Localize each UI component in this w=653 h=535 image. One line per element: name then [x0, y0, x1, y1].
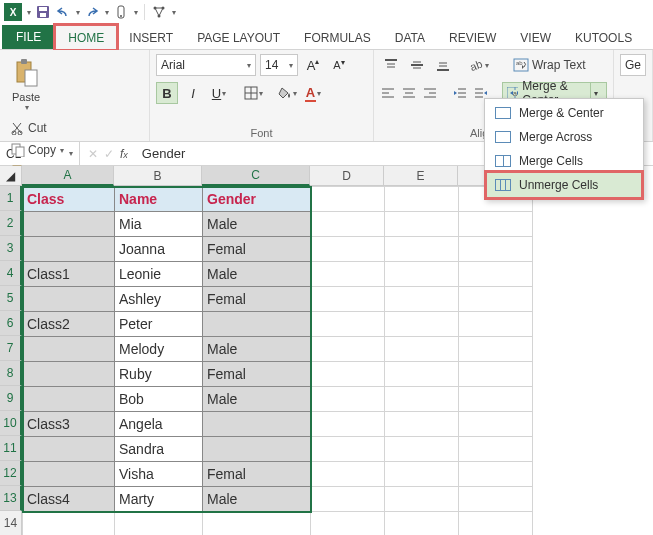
cell-E6[interactable] — [385, 312, 459, 337]
column-header-B[interactable]: B — [114, 166, 202, 186]
cell-B13[interactable]: Marty — [115, 487, 203, 512]
cell-A9[interactable] — [23, 387, 115, 412]
menu-unmerge-cells[interactable]: Unmerge Cells — [487, 173, 641, 197]
cell-D10[interactable] — [311, 412, 385, 437]
tab-formulas[interactable]: FORMULAS — [292, 26, 383, 49]
cell[interactable] — [385, 512, 459, 536]
cell-B2[interactable]: Mia — [115, 212, 203, 237]
cell-E9[interactable] — [385, 387, 459, 412]
cell-B3[interactable]: Joanna — [115, 237, 203, 262]
cell-F8[interactable] — [459, 362, 533, 387]
cell-F12[interactable] — [459, 462, 533, 487]
cell-B6[interactable]: Peter — [115, 312, 203, 337]
align-bottom-icon[interactable] — [432, 54, 454, 76]
align-middle-icon[interactable] — [406, 54, 428, 76]
tab-file[interactable]: FILE — [2, 25, 55, 49]
cell-E13[interactable] — [385, 487, 459, 512]
cell-D6[interactable] — [311, 312, 385, 337]
cell-E8[interactable] — [385, 362, 459, 387]
cell-E11[interactable] — [385, 437, 459, 462]
cell-C7[interactable]: Male — [203, 337, 311, 362]
font-color-button[interactable]: A▾ — [302, 82, 324, 104]
row-header-11[interactable]: 11 — [0, 436, 22, 461]
cell-A11[interactable] — [23, 437, 115, 462]
qat-customize-icon[interactable]: ▾ — [27, 8, 31, 17]
align-left-icon[interactable] — [380, 82, 397, 104]
cell-B11[interactable]: Sandra — [115, 437, 203, 462]
cell-D4[interactable] — [311, 262, 385, 287]
cell-D5[interactable] — [311, 287, 385, 312]
cell-A3[interactable] — [23, 237, 115, 262]
cell-E7[interactable] — [385, 337, 459, 362]
tab-kutools[interactable]: KUTOOLS — [563, 26, 644, 49]
cell-D3[interactable] — [311, 237, 385, 262]
row-header-1[interactable]: 1 — [0, 186, 22, 211]
cell-A4[interactable]: Class1 — [23, 262, 115, 287]
cell-C5[interactable]: Femal — [203, 287, 311, 312]
redo-icon[interactable] — [84, 4, 100, 20]
cell-A2[interactable] — [23, 212, 115, 237]
cell-B12[interactable]: Visha — [115, 462, 203, 487]
italic-button[interactable]: I — [182, 82, 204, 104]
cell-C11[interactable] — [203, 437, 311, 462]
increase-font-icon[interactable]: A▴ — [302, 54, 324, 76]
cell-C13[interactable]: Male — [203, 487, 311, 512]
cell-B9[interactable]: Bob — [115, 387, 203, 412]
cell[interactable] — [115, 512, 203, 536]
cell-B8[interactable]: Ruby — [115, 362, 203, 387]
cell-D12[interactable] — [311, 462, 385, 487]
cell-F5[interactable] — [459, 287, 533, 312]
tab-home[interactable]: HOME — [55, 25, 117, 50]
cell-C4[interactable]: Male — [203, 262, 311, 287]
cell-A1[interactable]: Class — [23, 187, 115, 212]
align-center-icon[interactable] — [401, 82, 418, 104]
font-size-selector[interactable]: 14▾ — [260, 54, 298, 76]
worksheet-grid[interactable]: ◢ ABCDEF 12345678910111213141516 ClassNa… — [0, 166, 653, 535]
select-all-corner[interactable]: ◢ — [0, 166, 22, 186]
cell-F3[interactable] — [459, 237, 533, 262]
cell-E5[interactable] — [385, 287, 459, 312]
tab-view[interactable]: VIEW — [508, 26, 563, 49]
cell-A12[interactable] — [23, 462, 115, 487]
cell-E1[interactable] — [385, 187, 459, 212]
cell-C6[interactable] — [203, 312, 311, 337]
cell-F10[interactable] — [459, 412, 533, 437]
cut-button[interactable]: Cut — [6, 118, 112, 138]
borders-button[interactable]: ▾ — [242, 82, 264, 104]
cell-F7[interactable] — [459, 337, 533, 362]
cell-A6[interactable]: Class2 — [23, 312, 115, 337]
copy-button[interactable]: Copy▾ — [6, 140, 112, 160]
number-format-selector[interactable]: Ge — [620, 54, 646, 76]
cell-C2[interactable]: Male — [203, 212, 311, 237]
cell-C10[interactable] — [203, 412, 311, 437]
cell-A10[interactable]: Class3 — [23, 412, 115, 437]
tab-insert[interactable]: INSERT — [117, 26, 185, 49]
cell-A5[interactable] — [23, 287, 115, 312]
cell-F2[interactable] — [459, 212, 533, 237]
cell-C12[interactable]: Femal — [203, 462, 311, 487]
paste-button[interactable]: Paste ▾ — [6, 54, 46, 112]
cell-B1[interactable]: Name — [115, 187, 203, 212]
cell-D9[interactable] — [311, 387, 385, 412]
menu-merge-across[interactable]: Merge Across — [487, 125, 641, 149]
cell-F11[interactable] — [459, 437, 533, 462]
row-header-6[interactable]: 6 — [0, 311, 22, 336]
row-header-7[interactable]: 7 — [0, 336, 22, 361]
undo-icon[interactable] — [55, 4, 71, 20]
cell-D1[interactable] — [311, 187, 385, 212]
wrap-text-button[interactable]: ab Wrap Text — [508, 55, 591, 75]
row-header-14[interactable]: 14 — [0, 511, 22, 535]
cell-D13[interactable] — [311, 487, 385, 512]
cell-C8[interactable]: Femal — [203, 362, 311, 387]
row-header-4[interactable]: 4 — [0, 261, 22, 286]
align-top-icon[interactable] — [380, 54, 402, 76]
kutools-nav-icon[interactable] — [151, 4, 167, 20]
align-right-icon[interactable] — [422, 82, 439, 104]
cell-A7[interactable] — [23, 337, 115, 362]
save-icon[interactable] — [35, 4, 51, 20]
menu-merge-cells[interactable]: Merge Cells — [487, 149, 641, 173]
column-header-D[interactable]: D — [310, 166, 384, 186]
cell-E4[interactable] — [385, 262, 459, 287]
column-header-C[interactable]: C — [202, 166, 310, 186]
cell[interactable] — [459, 512, 533, 536]
